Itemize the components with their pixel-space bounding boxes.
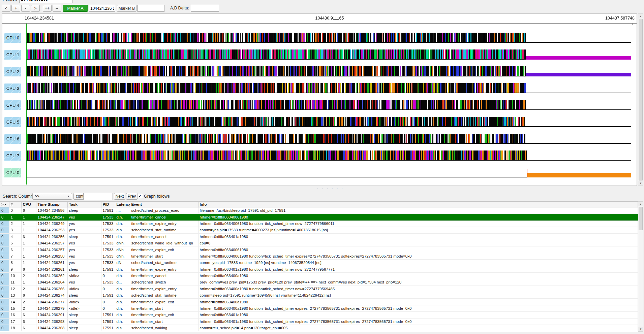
table-cell[interactable]: hrtimer=0xffffa06340061980 xyxy=(198,214,638,220)
table-cell[interactable]: hrtimer=0xffffa063401a1980 xyxy=(198,233,638,240)
table-cell[interactable]: hrtimer=0xffffa063400a1980 function=tick… xyxy=(198,286,638,292)
table-cell[interactable]: 104424.236253 xyxy=(36,227,67,233)
table-row-17[interactable]: 0176104424.236293sleep17591d.h.timer/hrt… xyxy=(0,318,638,325)
column-header-3[interactable]: Time Stamp xyxy=(36,202,67,207)
table-cell[interactable]: sched/sched_process_exec xyxy=(130,207,198,214)
table-cell[interactable]: 17591 xyxy=(101,266,115,272)
table-cell[interactable]: d.h. xyxy=(115,220,130,227)
table-cell[interactable]: 7 xyxy=(9,253,21,259)
table-cell[interactable]: timer/hrtimer_cancel xyxy=(130,233,198,240)
table-cell[interactable]: comm=yes pid=17533 runtime=1929 [ns] vru… xyxy=(198,260,638,266)
table-cell[interactable]: 6 xyxy=(9,246,21,253)
table-cell[interactable]: 10 xyxy=(9,272,21,279)
table-cell[interactable]: hrtimer=0xffffa06340061980 function=tick… xyxy=(198,220,638,227)
table-cell[interactable]: 6 xyxy=(21,207,36,214)
table-cell[interactable]: 1 xyxy=(21,246,36,253)
marker-b-button[interactable]: Marker B xyxy=(117,5,136,12)
table-cell[interactable]: 0 xyxy=(0,272,9,279)
table-cell[interactable]: 17533 xyxy=(101,253,115,259)
table-cell[interactable]: timer/hrtimer_expire_entry xyxy=(130,286,198,292)
table-cell[interactable]: comm=rcu_sched pid=14 prio=120 target_cp… xyxy=(198,325,638,331)
graph-scroll-up-icon[interactable]: ▲ xyxy=(638,14,643,19)
column-header-6[interactable]: Latency xyxy=(115,202,130,207)
table-cell[interactable]: 17591 xyxy=(101,318,115,325)
table-cell[interactable]: d... xyxy=(115,279,130,286)
table-cell[interactable]: 6 xyxy=(21,233,36,240)
table-cell[interactable]: 104424.236264 xyxy=(36,279,67,286)
table-cell[interactable]: 17533 xyxy=(101,240,115,246)
table-row-2[interactable]: 021104424.236249yes17533d.h.timer/hrtime… xyxy=(0,220,638,227)
table-cell[interactable]: 15 xyxy=(9,305,21,311)
table-cell[interactable]: yes xyxy=(67,214,101,220)
table-cell[interactable]: 0 xyxy=(0,279,9,286)
cpu-lane-label-6[interactable]: CPU 6 xyxy=(4,134,21,144)
table-row-0[interactable]: 006104424.234586sleep17591....sched/sche… xyxy=(0,207,638,214)
table-cell[interactable]: timer/hrtimer_expire_exit xyxy=(130,299,198,305)
table-cell[interactable]: 17591 xyxy=(101,312,115,318)
table-cell[interactable]: 0 xyxy=(101,299,115,305)
table-cell[interactable]: sched/sched_switch xyxy=(130,279,198,286)
table-cell[interactable]: prev_comm=yes prev_pid=17533 prev_prio=1… xyxy=(198,279,638,286)
cpu-lane-label-4[interactable]: CPU 4 xyxy=(4,100,21,110)
table-cell[interactable]: sched/sched_stat_runtime xyxy=(130,227,198,233)
table-cell[interactable]: 17 xyxy=(9,318,21,325)
table-cell[interactable]: 104424.236256 xyxy=(36,233,67,240)
cpu-lane-label-1[interactable]: CPU 1 xyxy=(4,50,21,60)
table-cell[interactable]: 6 xyxy=(21,266,36,272)
table-cell[interactable]: yes xyxy=(67,260,101,266)
table-cell[interactable]: d.s. xyxy=(115,325,130,331)
table-cell[interactable]: 2 xyxy=(21,272,36,279)
table-cell[interactable]: 2 xyxy=(9,220,21,227)
table-cell[interactable]: 1 xyxy=(21,260,36,266)
table-cell[interactable]: hrtimer=0xffffa06340061980 function=tick… xyxy=(198,253,638,259)
table-cell[interactable]: 2 xyxy=(21,299,36,305)
pointer-input[interactable] xyxy=(19,0,72,3)
table-cell[interactable]: 104424.236247 xyxy=(36,214,67,220)
table-cell[interactable]: 0 xyxy=(0,318,9,325)
table-cell[interactable]: 1 xyxy=(21,220,36,227)
table-row-6[interactable]: 061104424.236257yes17533dNh.timer/hrtime… xyxy=(0,246,638,253)
table-cell[interactable]: d.h. xyxy=(115,299,130,305)
nav-button-<[interactable]: < xyxy=(2,5,10,12)
table-cell[interactable]: 104424.236277 xyxy=(36,299,67,305)
table-cell[interactable]: timer/hrtimer_expire_exit xyxy=(130,246,198,253)
table-row-8[interactable]: 081104424.236261yes17533dN..sched/sched_… xyxy=(0,260,638,266)
table-cell[interactable]: 0 xyxy=(0,312,9,318)
table-cell[interactable]: 17533 xyxy=(101,227,115,233)
table-cell[interactable]: 0 xyxy=(0,253,9,259)
cpu-lane-label-7[interactable]: CPU 7 xyxy=(4,151,21,161)
table-cell[interactable]: 17533 xyxy=(101,260,115,266)
table-cell[interactable]: 0 xyxy=(0,266,9,272)
table-cell[interactable]: d.h. xyxy=(115,266,130,272)
table-cell[interactable]: 104424.236293 xyxy=(36,318,67,325)
table-cell[interactable]: sleep xyxy=(67,292,101,299)
table-cell[interactable]: hrtimer=0xffffa063400a1980 xyxy=(198,272,638,279)
table-cell[interactable]: 11 xyxy=(9,279,21,286)
nav-button->[interactable]: > xyxy=(31,5,40,12)
table-cell[interactable]: 1 xyxy=(21,227,36,233)
table-cell[interactable]: 0 xyxy=(101,286,115,292)
table-cell[interactable]: 17591 xyxy=(101,207,115,214)
table-cell[interactable]: 104424.236249 xyxy=(36,220,67,227)
table-cell[interactable]: .... xyxy=(115,207,130,214)
table-row-18[interactable]: 0186104424.236368sleep17591d.s.sched/sch… xyxy=(0,325,638,331)
table-cell[interactable]: 1 xyxy=(21,253,36,259)
cpu-lane-label-3[interactable]: CPU 3 xyxy=(4,84,21,93)
cpu-lane-label-0[interactable]: CPU 0 xyxy=(4,33,21,43)
table-cell[interactable]: hrtimer=0xffffa063400a1980 xyxy=(198,299,638,305)
table-cell[interactable]: dNh. xyxy=(115,240,130,246)
table-cell[interactable]: 17533 xyxy=(101,246,115,253)
table-scroll-up-icon[interactable]: ▲ xyxy=(638,202,643,206)
table-cell[interactable]: yes xyxy=(67,253,101,259)
cpu-lane-label-5[interactable]: CPU 5 xyxy=(4,117,21,127)
table-cell[interactable]: 17591 xyxy=(101,325,115,331)
table-cell[interactable]: 0 xyxy=(0,325,9,331)
table-cell[interactable]: timer/hrtimer_start xyxy=(130,253,198,259)
column-header-8[interactable]: Info xyxy=(198,202,638,207)
table-cell[interactable]: 104424.236258 xyxy=(36,253,67,259)
table-cell[interactable]: sched/sched_wake_idle_without_ipi xyxy=(130,240,198,246)
table-cell[interactable]: 0 xyxy=(0,246,9,253)
ab-delta-input[interactable] xyxy=(191,5,219,12)
column-header-4[interactable]: Task xyxy=(67,202,101,207)
graph-scrollbar[interactable]: ▲ ▼ xyxy=(638,13,643,186)
